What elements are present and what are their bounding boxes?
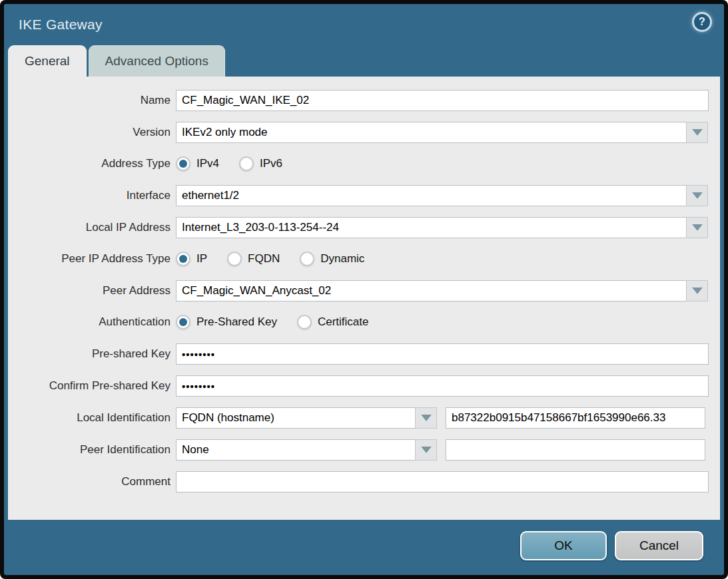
ike-gateway-dialog: IKE Gateway ? General Advanced Options N…	[4, 4, 724, 575]
address-type-ipv6-radio[interactable]	[239, 156, 254, 171]
field-row-address-type: Address Type IPv4 IPv6	[9, 154, 719, 174]
peer-identification-label: Peer Identification	[9, 443, 171, 457]
address-type-radio-group: IPv4 IPv6	[176, 156, 302, 171]
titlebar: IKE Gateway ?	[4, 4, 724, 45]
local-identification-type-combobox	[176, 407, 437, 429]
help-icon[interactable]: ?	[692, 12, 712, 32]
field-row-peer-identification: Peer Identification	[9, 439, 719, 461]
field-row-peer-address: Peer Address	[9, 280, 719, 301]
address-type-ipv4-radio[interactable]	[176, 156, 190, 171]
field-row-authentication: Authentication Pre-Shared Key Certificat…	[9, 312, 719, 332]
local-ip-label: Local IP Address	[9, 221, 171, 234]
name-label: Name	[9, 94, 171, 107]
field-row-comment: Comment	[9, 471, 719, 492]
peer-identification-type-input[interactable]	[176, 439, 415, 461]
local-identification-value-input[interactable]	[446, 407, 705, 429]
dialog-footer: OK Cancel	[4, 520, 724, 575]
field-row-local-ip: Local IP Address	[9, 217, 719, 238]
interface-input[interactable]	[176, 185, 686, 206]
general-tab-panel: Name Version Address Type IPv4	[8, 77, 720, 520]
peer-ip-type-radio-group: IP FQDN Dynamic	[176, 252, 384, 266]
tab-advanced-options[interactable]: Advanced Options	[89, 45, 225, 77]
chevron-down-icon	[421, 415, 432, 421]
local-ip-combobox	[176, 217, 708, 238]
peer-address-dropdown-button[interactable]	[686, 280, 708, 301]
peer-address-input[interactable]	[176, 280, 686, 301]
peer-identification-type-combobox	[176, 439, 437, 461]
address-type-label: Address Type	[9, 157, 171, 170]
preshared-key-label: Pre-shared Key	[9, 347, 171, 361]
cancel-button[interactable]: Cancel	[615, 531, 703, 560]
peer-ip-type-label: Peer IP Address Type	[9, 252, 171, 266]
interface-label: Interface	[9, 189, 171, 202]
chevron-down-icon	[692, 224, 703, 231]
peer-address-label: Peer Address	[9, 284, 171, 297]
chevron-down-icon	[692, 192, 703, 199]
confirm-preshared-key-label: Confirm Pre-shared Key	[9, 379, 171, 393]
address-type-ipv4-label[interactable]: IPv4	[196, 157, 219, 170]
field-row-preshared-key: Pre-shared Key	[9, 343, 719, 365]
authentication-certificate-label[interactable]: Certificate	[318, 315, 369, 329]
local-identification-type-input[interactable]	[176, 407, 415, 429]
tab-general[interactable]: General	[8, 45, 87, 77]
chevron-down-icon	[692, 129, 703, 136]
field-row-confirm-preshared-key: Confirm Pre-shared Key	[9, 375, 719, 397]
authentication-certificate-radio[interactable]	[297, 315, 312, 329]
peer-ip-type-ip-radio[interactable]	[176, 252, 190, 266]
version-combobox	[176, 122, 708, 143]
authentication-radio-group: Pre-Shared Key Certificate	[176, 315, 388, 329]
interface-dropdown-button[interactable]	[686, 185, 708, 206]
peer-identification-dropdown-button[interactable]	[415, 439, 437, 461]
peer-ip-type-fqdn-label[interactable]: FQDN	[248, 252, 280, 266]
preshared-key-input[interactable]	[176, 343, 709, 365]
field-row-version: Version	[9, 122, 719, 143]
comment-input[interactable]	[176, 471, 709, 492]
field-row-local-identification: Local Identification	[9, 407, 719, 429]
local-ip-input[interactable]	[176, 217, 686, 238]
local-identification-label: Local Identification	[9, 411, 171, 425]
peer-address-combobox	[176, 280, 708, 301]
peer-ip-type-dynamic-label[interactable]: Dynamic	[320, 252, 364, 266]
authentication-psk-label[interactable]: Pre-Shared Key	[196, 315, 277, 329]
chevron-down-icon	[421, 447, 432, 453]
dialog-title: IKE Gateway	[19, 17, 103, 33]
version-dropdown-button[interactable]	[686, 122, 708, 143]
version-input[interactable]	[176, 122, 686, 143]
tab-bar: General Advanced Options	[8, 45, 724, 77]
local-ip-dropdown-button[interactable]	[686, 217, 708, 238]
field-row-name: Name	[9, 90, 719, 111]
peer-ip-type-fqdn-radio[interactable]	[227, 252, 242, 266]
address-type-ipv6-label[interactable]: IPv6	[260, 157, 282, 170]
local-identification-dropdown-button[interactable]	[415, 407, 437, 429]
chevron-down-icon	[692, 288, 703, 294]
peer-ip-type-dynamic-radio[interactable]	[300, 252, 314, 266]
dialog-window: IKE Gateway ? General Advanced Options N…	[0, 0, 728, 579]
field-row-peer-ip-type: Peer IP Address Type IP FQDN Dynamic	[9, 249, 719, 269]
authentication-label: Authentication	[9, 315, 171, 329]
peer-identification-value-input[interactable]	[446, 439, 705, 461]
peer-ip-type-ip-label[interactable]: IP	[196, 252, 207, 266]
ok-button[interactable]: OK	[520, 531, 607, 560]
interface-combobox	[176, 185, 708, 206]
field-row-interface: Interface	[9, 185, 719, 206]
version-label: Version	[9, 126, 171, 139]
comment-label: Comment	[9, 475, 171, 488]
confirm-preshared-key-input[interactable]	[176, 375, 709, 397]
authentication-psk-radio[interactable]	[176, 315, 190, 329]
name-input[interactable]	[176, 90, 709, 111]
